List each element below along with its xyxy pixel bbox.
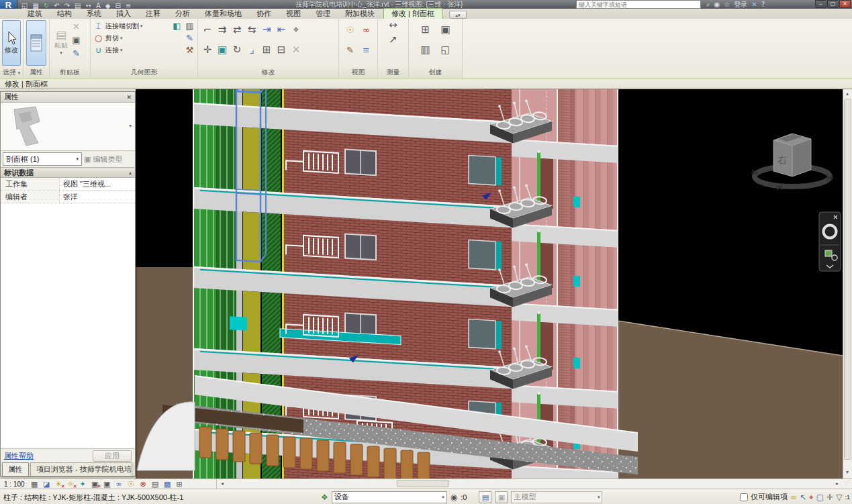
- search-icon[interactable]: ⌕: [706, 1, 710, 8]
- identity-data-group-header[interactable]: 标识数据 ▴: [1, 167, 135, 178]
- horizontal-scroll-thumb[interactable]: [397, 480, 449, 487]
- select-links-icon[interactable]: ∞: [790, 491, 797, 503]
- mirror-draw-icon[interactable]: ⇆: [246, 25, 258, 36]
- property-row-workset[interactable]: 工作集 视图 "三维视...: [1, 178, 135, 191]
- shadows-icon[interactable]: ☼✕: [66, 480, 76, 489]
- wall-joins-icon[interactable]: ▥: [184, 21, 195, 32]
- undo-icon[interactable]: ↶: [54, 3, 59, 9]
- drawing-area[interactable]: 右: [136, 89, 843, 478]
- sync-with-central-icon[interactable]: ↻: [44, 3, 49, 9]
- tab-structure[interactable]: 结构: [50, 9, 79, 19]
- tab-massing-site[interactable]: 体量和场地: [197, 9, 249, 19]
- scroll-up-icon[interactable]: ▴: [843, 91, 851, 97]
- editing-requests-icon[interactable]: ◉: [451, 491, 457, 503]
- sign-in-label[interactable]: 登录: [734, 1, 747, 8]
- design-option-dropdown[interactable]: 主模型 ▾: [511, 491, 602, 503]
- pin-icon[interactable]: ⌖: [291, 25, 302, 36]
- create-similar-icon[interactable]: ▥: [420, 45, 431, 56]
- rendering-dialog-icon[interactable]: ✦: [78, 480, 88, 489]
- cope-button[interactable]: ⌶ 连接端切割 ▾ ◧ ▥: [93, 20, 195, 32]
- trim-extend-icon[interactable]: ⌟: [246, 45, 258, 56]
- select-pinned-icon[interactable]: ⌖: [809, 491, 814, 503]
- worksets-icon[interactable]: ❖: [321, 491, 328, 503]
- save-icon[interactable]: ▦: [32, 3, 38, 9]
- palette-title-bar[interactable]: 属性 ✕: [1, 92, 135, 103]
- hide-in-view-icon[interactable]: ∞: [361, 25, 372, 36]
- move-icon[interactable]: ✛: [202, 45, 214, 56]
- split-with-gap-icon[interactable]: ⇤: [276, 25, 287, 36]
- design-options-icon-button[interactable]: ▤: [479, 491, 491, 503]
- preview-dropdown-icon[interactable]: ▾: [129, 123, 132, 129]
- print-icon[interactable]: ▤: [75, 3, 81, 9]
- detail-level-icon[interactable]: ▦: [30, 480, 40, 489]
- paste-button[interactable]: ▤ 粘贴 ▾: [52, 20, 70, 66]
- help-icon[interactable]: ?: [761, 1, 765, 8]
- text-note-icon[interactable]: A: [96, 3, 101, 9]
- worksharing-display-icon[interactable]: ▩: [162, 480, 173, 489]
- vertical-scroll-thumb[interactable]: [844, 99, 851, 460]
- tab-properties-palette[interactable]: 属性: [2, 462, 29, 476]
- rotate-icon[interactable]: ↻: [232, 45, 243, 56]
- linework-icon[interactable]: ≡: [361, 45, 372, 56]
- search-input[interactable]: [576, 0, 701, 9]
- scroll-right-icon[interactable]: ▸: [833, 481, 841, 487]
- edit-type-button[interactable]: ▣ 编辑类型: [84, 154, 122, 164]
- reveal-hidden-icon[interactable]: ☉: [344, 25, 356, 36]
- crop-view-icon[interactable]: ▣✕: [90, 480, 100, 489]
- minimize-button[interactable]: –: [815, 0, 826, 8]
- dimension-icon[interactable]: ↗: [387, 35, 399, 46]
- measure-icon[interactable]: ↔: [86, 3, 91, 9]
- redo-icon[interactable]: ↷: [64, 3, 70, 9]
- tab-project-browser[interactable]: 项目浏览器 - 技师学院机电培训...: [30, 462, 132, 476]
- scroll-left-icon[interactable]: ◂: [218, 481, 226, 487]
- application-menu-button[interactable]: R: [0, 0, 17, 9]
- modify-tool-button[interactable]: 修改: [2, 20, 21, 66]
- ribbon-collapse-button[interactable]: ▴▾: [449, 11, 467, 19]
- viewcube-face-label[interactable]: 右: [777, 154, 787, 165]
- crop-region-visibility-icon[interactable]: ▣: [102, 480, 112, 489]
- tab-addins[interactable]: 附加模块: [338, 9, 382, 19]
- drag-on-selection-icon[interactable]: ✛: [826, 491, 833, 503]
- horizontal-scrollbar[interactable]: ◂ ▸: [216, 479, 843, 489]
- array-icon[interactable]: ⊞: [261, 45, 273, 56]
- tab-systems[interactable]: 系统: [79, 9, 109, 19]
- copy-icon[interactable]: ▣: [70, 35, 82, 46]
- view-scale-button[interactable]: 1 : 100: [4, 481, 25, 488]
- analytical-model-icon[interactable]: ⊗: [138, 480, 148, 489]
- property-row-edited-by[interactable]: 编辑者 张洋: [1, 191, 135, 203]
- reveal-hidden-elements-icon[interactable]: ☉: [126, 480, 136, 489]
- selection-filter-icon[interactable]: ▽: [836, 491, 842, 503]
- select-underlay-icon[interactable]: ↖: [800, 491, 806, 503]
- temporary-hide-isolate-icon[interactable]: ∞: [114, 480, 124, 489]
- add-to-set-button[interactable]: ▣: [495, 491, 508, 503]
- match-type-icon[interactable]: ✎: [70, 48, 82, 59]
- offset-icon[interactable]: ⇉: [217, 25, 228, 36]
- favorites-icon[interactable]: ☆: [724, 1, 730, 8]
- subscription-icon[interactable]: ◉: [714, 1, 720, 8]
- active-workset-dropdown[interactable]: 设备 ▾: [332, 491, 447, 503]
- tab-analyze[interactable]: 分析: [168, 9, 197, 19]
- apply-button[interactable]: 应用: [93, 450, 132, 462]
- tab-architecture[interactable]: 建筑: [20, 9, 50, 19]
- demolish-icon[interactable]: ⚒: [184, 45, 195, 56]
- align-icon[interactable]: ⌐: [202, 25, 214, 36]
- group-collapse-icon[interactable]: ▴: [129, 170, 132, 176]
- split-element-icon[interactable]: ⇥: [261, 25, 273, 36]
- tab-manage[interactable]: 管理: [308, 9, 338, 19]
- viewport-canvas[interactable]: 右: [136, 89, 843, 478]
- measure-tool-icon[interactable]: ↔: [387, 20, 399, 31]
- maximize-button[interactable]: ▢: [827, 0, 839, 8]
- open-icon[interactable]: ◱: [21, 3, 28, 9]
- exchange-apps-icon[interactable]: ✕: [751, 1, 757, 8]
- mirror-axis-icon[interactable]: ⇄: [232, 25, 243, 36]
- tab-collaborate[interactable]: 协作: [249, 9, 279, 19]
- scroll-down-icon[interactable]: ▾: [843, 469, 851, 475]
- editable-only-checkbox[interactable]: [740, 493, 748, 501]
- vertical-scrollbar[interactable]: ▴ ▾: [843, 89, 852, 478]
- default-3d-view-icon[interactable]: ◆: [105, 3, 111, 9]
- delete-icon[interactable]: ✕: [291, 45, 302, 56]
- tab-modify-section-box[interactable]: 修改 | 剖面框: [383, 8, 442, 19]
- sun-path-icon[interactable]: ☀✕: [54, 480, 64, 489]
- palette-close-icon[interactable]: ✕: [126, 94, 132, 101]
- tab-annotate[interactable]: 注释: [138, 9, 168, 19]
